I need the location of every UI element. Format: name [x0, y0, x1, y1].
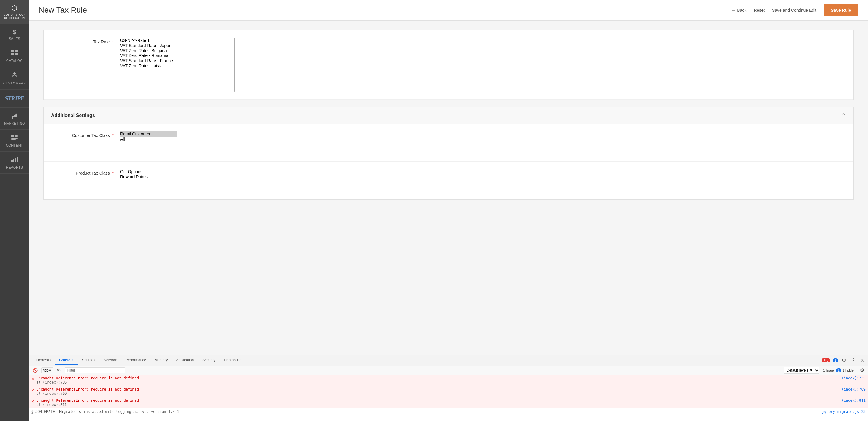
sidebar-item-label: OUT OF STOCK NOTIFICATION	[2, 13, 27, 20]
error-x-icon: ✕	[823, 358, 826, 362]
devtools-toolbar: 🚫 top ▾ 👁 Default levels ▼ 1 Issue: 1 1 …	[29, 366, 868, 375]
eye-button[interactable]: 👁	[56, 367, 62, 374]
sidebar-item-reports[interactable]: REPORTS	[0, 152, 29, 174]
console-error-text: Uncaught ReferenceError: require is not …	[36, 398, 839, 402]
sidebar-item-catalog[interactable]: CATALOG	[0, 45, 29, 67]
svg-rect-7	[11, 134, 14, 137]
customer-tax-class-option[interactable]: All	[120, 137, 177, 142]
sidebar-item-label: MARKETING	[4, 122, 25, 125]
info-icon: ℹ	[31, 410, 33, 415]
devtools-tab-performance[interactable]: Performance	[121, 356, 150, 365]
sidebar-item-out-of-stock[interactable]: ⬡ OUT OF STOCK NOTIFICATION	[0, 0, 29, 25]
save-rule-button[interactable]: Save Rule	[824, 4, 858, 16]
sidebar-item-label: CUSTOMERS	[3, 82, 26, 85]
customer-tax-class-listbox[interactable]: Retail Customer All	[120, 131, 177, 154]
product-tax-class-option[interactable]: Reward Points	[120, 174, 180, 180]
devtools-panel: Elements Console Sources Network Perform…	[29, 355, 868, 421]
console-entry-link[interactable]: jquery-migrate.js:23	[822, 410, 866, 414]
filter-input[interactable]	[65, 367, 125, 374]
console-entry: ℹ JQMIGRATE: Migrate is installed with l…	[29, 408, 868, 416]
tax-rate-option[interactable]: VAT Zero Rate - Latvia	[120, 63, 234, 68]
sidebar-item-label: REPORTS	[6, 166, 23, 169]
devtools-tab-lighthouse[interactable]: Lighthouse	[220, 356, 246, 365]
devtools-tab-application[interactable]: Application	[172, 356, 198, 365]
sidebar-item-marketing[interactable]: MARKETING	[0, 108, 29, 130]
tax-rate-option[interactable]: US-NY-*-Rate 1	[120, 38, 234, 43]
page-header: New Tax Rule ← Back Reset Save and Conti…	[29, 0, 868, 21]
svg-rect-14	[15, 158, 16, 162]
product-tax-class-label: Product Tax Class *	[54, 169, 120, 175]
console-entry: ✕ Uncaught ReferenceError: require is no…	[29, 397, 868, 408]
devtools-tab-end: ✕ 3 1 ⚙ ⋮ ✕	[822, 357, 866, 364]
reports-icon	[11, 156, 18, 164]
save-continue-button[interactable]: Save and Continue Edit	[772, 8, 816, 13]
devtools-tab-memory[interactable]: Memory	[150, 356, 172, 365]
svg-rect-1	[15, 50, 18, 52]
tax-rate-row: Tax Rate * US-NY-*-Rate 1 VAT Standard R…	[44, 30, 853, 99]
context-dropdown[interactable]: top ▾	[41, 367, 53, 374]
devtools-tab-security[interactable]: Security	[198, 356, 219, 365]
console-entry-link[interactable]: (index):769	[842, 387, 866, 391]
console-error-sub: at (index):811	[36, 402, 839, 407]
console-error-sub: at (index):735	[36, 380, 839, 385]
out-of-stock-icon: ⬡	[11, 4, 18, 12]
catalog-icon	[11, 49, 18, 58]
devtools-tab-sources[interactable]: Sources	[78, 356, 99, 365]
devtools-close-button[interactable]: ✕	[859, 357, 866, 364]
additional-settings-header[interactable]: Additional Settings ⌃	[44, 107, 853, 124]
console-entry-link[interactable]: (index):811	[842, 398, 866, 402]
tax-rate-listbox[interactable]: US-NY-*-Rate 1 VAT Standard Rate - Japan…	[120, 38, 235, 92]
product-tax-class-control: Gift Options Reward Points	[120, 169, 843, 192]
svg-rect-15	[17, 157, 18, 162]
svg-rect-9	[15, 136, 18, 137]
tax-rate-option[interactable]: VAT Standard Rate - Japan	[120, 43, 234, 48]
devtools-tab-console[interactable]: Console	[55, 356, 78, 365]
console-error-sub: at (index):769	[36, 391, 839, 396]
console-info-text: JQMIGRATE: Migrate is installed with log…	[35, 410, 820, 414]
sidebar: ⬡ OUT OF STOCK NOTIFICATION $ SALES CATA…	[0, 0, 29, 421]
content-icon	[11, 134, 18, 142]
header-actions: ← Back Reset Save and Continue Edit Save…	[732, 4, 858, 16]
console-error-text: Uncaught ReferenceError: require is not …	[36, 387, 839, 391]
sidebar-item-customers[interactable]: CUSTOMERS	[0, 67, 29, 90]
sidebar-item-content[interactable]: CONTENT	[0, 130, 29, 152]
tax-rate-section: Tax Rate * US-NY-*-Rate 1 VAT Standard R…	[43, 30, 854, 100]
tax-rate-option[interactable]: VAT Zero Rate - Bulgaria	[120, 48, 234, 53]
customer-tax-class-option[interactable]: Retail Customer	[120, 131, 177, 137]
svg-rect-10	[11, 138, 18, 139]
page-title: New Tax Rule	[39, 5, 87, 15]
svg-rect-0	[11, 50, 14, 52]
devtools-more-button[interactable]: ⋮	[849, 357, 857, 364]
svg-rect-2	[11, 53, 14, 55]
devtools-tab-elements[interactable]: Elements	[31, 356, 55, 365]
product-tax-class-listbox[interactable]: Gift Options Reward Points	[120, 169, 180, 192]
tax-rate-option[interactable]: VAT Zero Rate - Romania	[120, 53, 234, 58]
issues-count-badge: 1	[836, 368, 841, 373]
error-icon: ✕	[31, 399, 34, 403]
issues-settings-button[interactable]: ⚙	[859, 367, 866, 374]
sidebar-item-stripe[interactable]: stripe	[0, 90, 29, 108]
required-indicator: *	[112, 171, 114, 175]
toolbar-right: Default levels ▼ 1 Issue: 1 1 hidden ⚙	[784, 367, 866, 374]
issues-badge: 1 Issue: 1 1 hidden	[823, 368, 855, 373]
devtools-tab-network[interactable]: Network	[99, 356, 121, 365]
sidebar-item-label: CATALOG	[6, 59, 23, 62]
levels-select[interactable]: Default levels ▼	[784, 367, 819, 374]
clear-console-button[interactable]: 🚫	[31, 367, 39, 374]
tax-rate-option[interactable]: VAT Standard Rate - France	[120, 58, 234, 63]
devtools-settings-button[interactable]: ⚙	[840, 357, 847, 364]
section-toggle-icon: ⌃	[841, 112, 846, 119]
customers-icon	[11, 71, 18, 80]
svg-rect-8	[15, 134, 18, 136]
sidebar-item-sales[interactable]: $ SALES	[0, 25, 29, 45]
product-tax-class-option[interactable]: Gift Options	[120, 169, 180, 174]
reset-button[interactable]: Reset	[754, 8, 765, 13]
tax-rate-control: US-NY-*-Rate 1 VAT Standard Rate - Japan…	[120, 38, 843, 92]
console-entry-link[interactable]: (index):735	[842, 376, 866, 380]
console-entry: ✕ Uncaught ReferenceError: require is no…	[29, 386, 868, 397]
sales-icon: $	[13, 29, 16, 36]
content-area: Tax Rate * US-NY-*-Rate 1 VAT Standard R…	[29, 21, 868, 355]
back-button[interactable]: ← Back	[732, 8, 746, 13]
stripe-logo: stripe	[5, 95, 24, 102]
svg-rect-6	[12, 116, 13, 119]
